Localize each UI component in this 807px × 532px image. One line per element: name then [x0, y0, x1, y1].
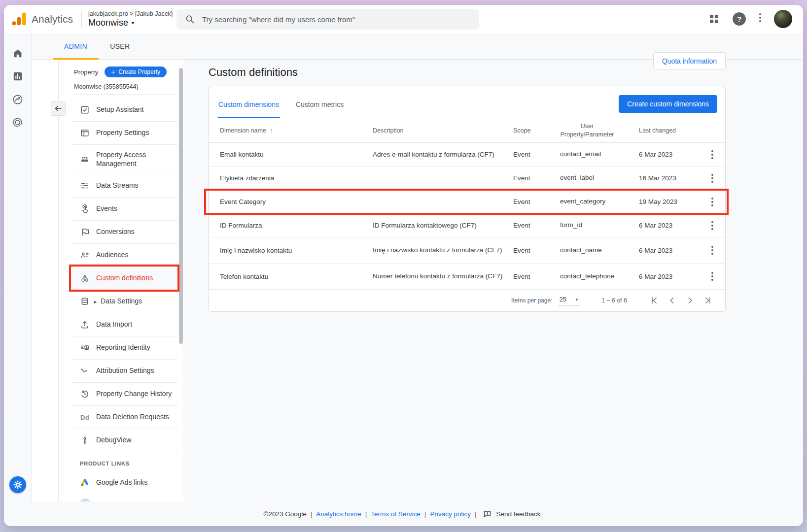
debugview-icon — [80, 435, 90, 445]
search-bar[interactable] — [176, 9, 479, 30]
sidebar-item-label: Events — [96, 204, 117, 213]
sidebar-item-attribution-settings[interactable]: Attribution Settings — [71, 359, 177, 382]
row-more-options-icon[interactable] — [708, 171, 716, 186]
collapse-sidebar-button[interactable] — [51, 101, 66, 116]
row-more-options-icon[interactable] — [708, 195, 716, 209]
upload-icon — [80, 320, 90, 330]
admin-area: ADMIN USER Property — [32, 33, 803, 526]
pagination-controls — [648, 295, 714, 306]
database-icon — [80, 297, 90, 306]
sidebar-item-debugview[interactable]: DebugView — [71, 429, 177, 452]
divider — [74, 94, 175, 95]
footer-link-privacy-policy[interactable]: Privacy policy — [430, 510, 471, 518]
property-sidebar: Property + Create Property Moonwise (355… — [32, 60, 183, 501]
send-feedback-button[interactable]: Send feedback — [480, 509, 543, 519]
current-property-id[interactable]: Moonwise (355855544) — [74, 83, 139, 90]
top-app-bar: Analytics jakubjacek.pro > [Jakub Jacek]… — [4, 5, 803, 33]
flag-icon — [80, 227, 90, 237]
search-icon — [185, 14, 195, 24]
sidebar-item-label: Attribution Settings — [96, 366, 154, 375]
table-row[interactable]: Imię i nazwisko kontaktu Imię i nazwisko… — [209, 237, 725, 264]
sidebar-item-google-ads-links[interactable]: Google Ads links — [71, 471, 177, 494]
sidebar-item-label: Data Streams — [96, 181, 139, 190]
avatar[interactable] — [774, 10, 792, 28]
table-row[interactable]: Telefon kontaktu Numer telefonu kontaktu… — [209, 264, 725, 290]
plus-icon: + — [111, 68, 115, 75]
pagination-range: 1 – 6 of 6 — [601, 297, 627, 304]
tab-custom-metrics[interactable]: Custom metrics — [295, 100, 345, 118]
search-input[interactable] — [201, 15, 469, 24]
tab-admin[interactable]: ADMIN — [53, 33, 99, 59]
apps-grid-icon[interactable] — [708, 13, 720, 25]
card-tabs: Custom dimensions Custom metrics Create … — [209, 86, 725, 118]
sidebar-item-reporting-identity[interactable]: Reporting Identity — [71, 336, 177, 359]
back-arrow-icon — [54, 104, 62, 112]
column-last-changed: Last changed — [639, 127, 698, 134]
footer-link-analytics-home[interactable]: Analytics home — [316, 510, 361, 518]
feedback-bubble-icon — [483, 510, 491, 518]
tab-user[interactable]: USER — [99, 33, 141, 59]
sidebar-item-data-streams[interactable]: Data Streams — [71, 174, 177, 197]
previous-page-icon[interactable] — [666, 295, 678, 306]
last-page-icon[interactable] — [702, 295, 714, 306]
quota-information-button[interactable]: Quota information — [653, 52, 726, 69]
footer-link-terms-of-service[interactable]: Terms of Service — [371, 510, 421, 518]
desktop-background: Analytics jakubjacek.pro > [Jakub Jacek]… — [0, 0, 807, 532]
row-more-options-icon[interactable] — [708, 218, 716, 233]
column-description: Description — [373, 127, 513, 134]
create-property-button[interactable]: + Create Property — [105, 66, 167, 77]
create-custom-dimensions-button[interactable]: Create custom dimensions — [619, 95, 717, 113]
people-icon — [80, 155, 90, 165]
table-row[interactable]: Email kontaktu Adres e-mail kontaktu z f… — [209, 143, 725, 166]
more-options-icon[interactable] — [759, 13, 761, 22]
column-dimension-name[interactable]: Dimension name ↑ — [209, 127, 373, 134]
column-user-property-parameter: User Property/Parameter — [560, 122, 639, 139]
reports-icon[interactable] — [12, 70, 24, 82]
account-property-block: jakubjacek.pro > [Jakub Jacek] Moonwise … — [88, 10, 173, 28]
sidebar-item-label: Reporting Identity — [96, 343, 150, 352]
tab-custom-dimensions[interactable]: Custom dimensions — [217, 100, 280, 118]
admin-gear-icon[interactable] — [9, 476, 26, 493]
explore-icon[interactable] — [12, 94, 24, 105]
first-page-icon[interactable] — [648, 295, 660, 306]
next-page-icon[interactable] — [684, 295, 696, 306]
sidebar-item-label: Property Access Management — [96, 151, 177, 168]
advertising-icon[interactable] — [12, 117, 24, 129]
analytics-logo[interactable]: Analytics — [4, 12, 73, 26]
sidebar-item-events[interactable]: Events — [71, 197, 177, 220]
product-links-header: PRODUCT LINKS — [71, 452, 177, 471]
property-selector[interactable]: Moonwise ▾ — [88, 18, 173, 28]
table-row[interactable]: Etykieta zdarzenia Event event_label 16 … — [209, 166, 725, 190]
help-icon[interactable]: ? — [733, 12, 746, 26]
sidebar-item-label: Data Import — [96, 320, 132, 329]
row-more-options-icon[interactable] — [708, 243, 716, 258]
property-header-row: Property + Create Property — [74, 66, 167, 77]
sidebar-item-label: Google Ads links — [96, 478, 147, 487]
home-icon[interactable] — [12, 47, 24, 59]
sidebar-item-data-import[interactable]: Data Import — [71, 313, 177, 336]
table-pagination: Items per page: 25 ▼ 1 – 6 of 6 — [209, 290, 725, 311]
sidebar-item-property-settings[interactable]: Property Settings — [71, 121, 177, 144]
row-more-options-icon[interactable] — [708, 147, 716, 162]
sort-ascending-icon: ↑ — [270, 127, 273, 134]
chevron-down-icon: ▾ — [132, 20, 134, 26]
sidebar-item-label: Property Settings — [96, 129, 149, 137]
row-more-options-icon[interactable] — [708, 269, 716, 284]
sidebar-item-data-settings[interactable]: ▸ Data Settings — [71, 290, 177, 313]
breadcrumb[interactable]: jakubjacek.pro > [Jakub Jacek] — [88, 10, 173, 17]
sidebar-item-setup-assistant[interactable]: Setup Assistant — [71, 98, 177, 121]
property-menu: Setup Assistant Property Settings — [71, 98, 177, 501]
copyright: ©2023 Google — [263, 510, 306, 518]
sidebar-item-property-access-management[interactable]: Property Access Management — [71, 144, 177, 174]
sidebar-item-custom-definitions[interactable]: Custom definitions — [71, 266, 177, 290]
sidebar-item-property-change-history[interactable]: Property Change History — [71, 382, 177, 405]
sidebar-item-conversions[interactable]: Conversions — [71, 220, 177, 243]
sidebar-item-data-deletion-requests[interactable]: Dd Data Deletion Requests — [71, 405, 177, 429]
sidebar-item-audiences[interactable]: Audiences — [71, 243, 177, 266]
product-name: Analytics — [32, 13, 73, 25]
sidebar-item-label: Property Change History — [96, 390, 172, 399]
table-row[interactable]: ID Formularza ID Formularza kontaktowego… — [209, 214, 725, 237]
table-row-event-category-highlighted[interactable]: Event Category Event event_category 19 M… — [209, 190, 725, 214]
items-per-page-select[interactable]: 25 ▼ — [558, 296, 579, 305]
sidebar-scrollbar[interactable] — [179, 68, 183, 344]
